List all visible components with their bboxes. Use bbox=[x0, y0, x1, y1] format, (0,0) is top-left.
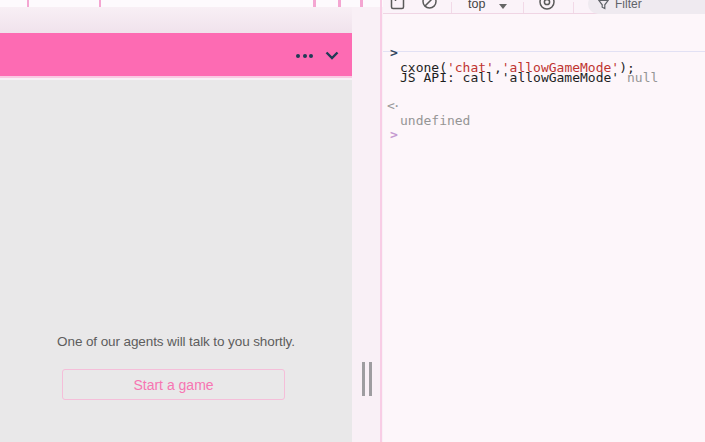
console-messages: > cxone('chat','allowGameMode'); JS API:… bbox=[383, 0, 705, 428]
more-options-icon[interactable] bbox=[296, 54, 313, 58]
devtools-console-panel: top > cxone('chat','allowGameMode'); bbox=[383, 0, 705, 442]
chat-header bbox=[0, 33, 352, 78]
chat-body: One of our agents will talk to you short… bbox=[0, 80, 352, 442]
ruler-tick bbox=[99, 0, 101, 7]
start-game-button[interactable]: Start a game bbox=[62, 369, 285, 400]
chat-header-controls bbox=[296, 33, 339, 78]
device-viewport: One of our agents will talk to you short… bbox=[0, 0, 383, 442]
ruler-strip bbox=[0, 0, 383, 7]
ruler-tick bbox=[313, 0, 316, 7]
viewport-edge-line bbox=[380, 0, 382, 442]
devtools-window: One of our agents will talk to you short… bbox=[0, 0, 705, 442]
return-value-icon: <· bbox=[387, 98, 399, 113]
ruler-tick bbox=[27, 0, 29, 7]
chat-widget: One of our agents will talk to you short… bbox=[0, 33, 352, 442]
ruler-tick bbox=[338, 0, 341, 7]
viewport-resize-handle[interactable] bbox=[362, 362, 373, 396]
console-prompt-row[interactable]: > bbox=[383, 112, 705, 157]
chevron-down-icon[interactable] bbox=[325, 51, 339, 60]
console-prompt-chevron-icon: > bbox=[390, 127, 398, 142]
ruler-tick bbox=[360, 0, 363, 7]
agent-message: One of our agents will talk to you short… bbox=[0, 334, 352, 349]
page-background-band bbox=[0, 7, 352, 33]
